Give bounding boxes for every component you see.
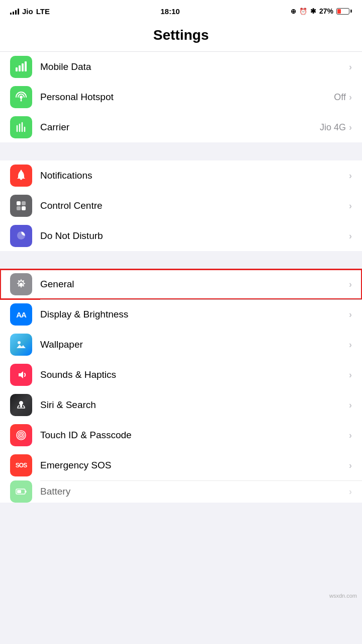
siri-svg (15, 398, 28, 412)
emergency-sos-chevron: › (349, 460, 352, 471)
battery-icon (10, 480, 32, 503)
sounds-svg (15, 368, 28, 381)
row-emergency-sos[interactable]: SOS Emergency SOS › (0, 450, 362, 480)
battery-icon (336, 8, 352, 15)
dnd-svg (15, 229, 28, 243)
siri-search-icon (10, 394, 32, 416)
general-svg (15, 278, 28, 291)
row-sounds-haptics[interactable]: Sounds & Haptics › (0, 360, 362, 390)
touch-id-chevron: › (349, 430, 352, 441)
carrier-chevron: › (349, 122, 352, 133)
do-not-disturb-icon (10, 225, 32, 247)
svg-rect-11 (22, 206, 26, 210)
row-control-centre[interactable]: Control Centre › (0, 191, 362, 221)
row-battery[interactable]: Battery › (0, 480, 362, 503)
notifications-icon (10, 165, 32, 187)
status-left: Jio LTE (10, 7, 50, 16)
wallpaper-svg (15, 338, 28, 351)
location-icon: ⊕ (291, 8, 296, 15)
row-siri-search[interactable]: Siri & Search › (0, 390, 362, 420)
general-content: General › (40, 279, 352, 290)
notifications-right: › (349, 171, 352, 181)
row-display-brightness[interactable]: AA Display & Brightness › (0, 299, 362, 330)
emergency-sos-content: Emergency SOS › (40, 460, 352, 471)
sounds-haptics-label: Sounds & Haptics (40, 369, 116, 380)
page-header: Settings (0, 22, 362, 52)
svg-rect-8 (17, 201, 21, 205)
signal-icon (10, 8, 19, 15)
emergency-sos-icon: SOS (10, 454, 32, 476)
personal-hotspot-content: Personal Hotspot Off › (40, 92, 352, 103)
general-right: › (349, 279, 352, 290)
battery-svg (15, 485, 28, 498)
wallpaper-content: Wallpaper › (40, 339, 352, 350)
general-icon (10, 273, 32, 295)
control-centre-icon (10, 195, 32, 217)
wallpaper-right: › (349, 340, 352, 350)
row-carrier[interactable]: Carrier Jio 4G › (0, 112, 362, 142)
mobile-data-label: Mobile Data (40, 61, 91, 72)
carrier-right: Jio 4G › (320, 122, 352, 133)
row-wallpaper[interactable]: Wallpaper › (0, 330, 362, 360)
personal-hotspot-value: Off (334, 92, 346, 103)
touch-id-content: Touch ID & Passcode › (40, 430, 352, 441)
siri-search-label: Siri & Search (40, 399, 96, 411)
notifications-label: Notifications (40, 170, 93, 181)
row-touch-id[interactable]: Touch ID & Passcode › (0, 420, 362, 450)
mobile-data-content: Mobile Data › (40, 61, 352, 72)
display-brightness-right: › (349, 309, 352, 320)
battery-chevron: › (349, 487, 352, 497)
section-system1: Notifications › Control Centre › (0, 160, 362, 251)
alarm-icon: ⏰ (299, 8, 307, 15)
svg-point-13 (18, 341, 21, 344)
do-not-disturb-right: › (349, 231, 352, 242)
mobile-data-svg (15, 60, 28, 73)
sounds-haptics-chevron: › (349, 370, 352, 380)
svg-rect-10 (17, 206, 21, 210)
do-not-disturb-chevron: › (349, 231, 352, 242)
touch-id-label: Touch ID & Passcode (40, 430, 132, 441)
svg-rect-3 (25, 61, 27, 71)
carrier-label: Carrier (40, 122, 69, 133)
notifications-content: Notifications › (40, 170, 352, 181)
page-title: Settings (0, 27, 362, 43)
carrier-content: Carrier Jio 4G › (40, 122, 352, 133)
control-centre-chevron: › (349, 201, 352, 211)
battery-percentage: 27% (319, 7, 333, 15)
siri-search-right: › (349, 400, 352, 411)
clock: 18:10 (160, 7, 179, 16)
mobile-data-chevron: › (349, 62, 352, 72)
watermark: wsxdn.com (329, 593, 357, 599)
wallpaper-chevron: › (349, 340, 352, 350)
battery-right: › (349, 487, 352, 497)
row-personal-hotspot[interactable]: Personal Hotspot Off › (0, 82, 362, 112)
mobile-data-icon (10, 56, 32, 78)
general-label: General (40, 279, 74, 290)
svg-rect-1 (19, 65, 21, 71)
personal-hotspot-icon (10, 86, 32, 108)
general-chevron: › (349, 279, 352, 290)
status-right: ⊕ ⏰ ✱ 27% (291, 7, 352, 15)
battery-content: Battery › (40, 486, 352, 497)
row-do-not-disturb[interactable]: Do Not Disturb › (0, 221, 362, 251)
carrier-value: Jio 4G (320, 122, 346, 133)
svg-rect-2 (22, 63, 24, 71)
control-centre-right: › (349, 201, 352, 211)
sounds-haptics-right: › (349, 370, 352, 380)
touchid-svg (15, 429, 28, 442)
mobile-data-right: › (349, 62, 352, 72)
personal-hotspot-right: Off › (334, 92, 352, 103)
control-centre-content: Control Centre › (40, 200, 352, 211)
personal-hotspot-label: Personal Hotspot (40, 92, 114, 103)
emergency-sos-label: Emergency SOS (40, 460, 112, 471)
svg-rect-9 (22, 201, 26, 205)
row-general[interactable]: General › (0, 269, 362, 299)
touch-id-icon (10, 424, 32, 446)
svg-rect-20 (25, 491, 27, 493)
row-mobile-data[interactable]: Mobile Data › (0, 52, 362, 82)
notifications-svg (15, 169, 28, 182)
display-brightness-chevron: › (349, 309, 352, 320)
control-centre-label: Control Centre (40, 200, 103, 211)
personal-hotspot-chevron: › (349, 92, 352, 103)
row-notifications[interactable]: Notifications › (0, 160, 362, 191)
